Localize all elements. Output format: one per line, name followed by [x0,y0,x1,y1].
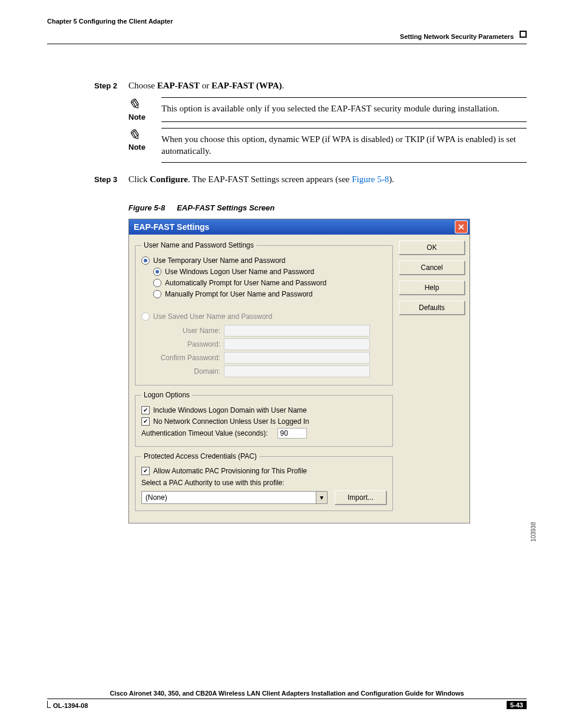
page-footer: Cisco Aironet 340, 350, and CB20A Wirele… [47,690,527,709]
step-3: Step 3 Click Configure. The EAP-FAST Set… [47,173,527,185]
radio-auto-prompt[interactable]: Automatically Prompt for User Name and P… [153,278,386,288]
radio-icon [141,256,150,265]
pac-authority-select[interactable]: (None) ▾ [141,491,328,504]
note-label: Note [128,112,161,123]
cancel-button[interactable]: Cancel [399,261,465,275]
note-1: ✎ Note This option is available only if … [128,97,527,122]
footer-guide: Cisco Aironet 340, 350, and CB20A Wirele… [47,690,527,699]
logon-options-group: Logon Options ✔Include Windows Logon Dom… [135,390,393,447]
note-2: ✎ Note When you choose this option, dyna… [128,128,527,163]
step-body: Choose EAP-FAST or EAP-FAST (WPA). [128,80,527,91]
step-label: Step 2 [94,80,128,91]
import-button[interactable]: Import... [335,490,386,505]
radio-icon [153,290,161,298]
dialog-title: EAP-FAST Settings [134,222,209,233]
checkbox-icon: ✔ [141,417,150,426]
page-header: Chapter 5 Configuring the Client Adapter… [47,18,527,44]
radio-manual-prompt[interactable]: Manually Prompt for User Name and Passwo… [153,289,386,299]
help-button[interactable]: Help [399,281,465,295]
radio-icon [141,312,150,321]
figure-wrap: EAP-FAST Settings ✕ User Name and Passwo… [128,219,527,523]
content: Step 2 Choose EAP-FAST or EAP-FAST (WPA)… [47,80,527,523]
user-name-input[interactable] [224,325,370,337]
chk-auto-pac[interactable]: ✔Allow Automatic PAC Provisioning for Th… [141,466,386,476]
pac-select-label: Select a PAC Authority to use with this … [141,478,386,487]
auth-timeout-row: Authentication Timeout Value (seconds): … [141,428,386,439]
radio-saved-user[interactable]: Use Saved User Name and Password [141,312,386,321]
user-password-group: User Name and Password Settings Use Temp… [135,241,393,386]
step-label: Step 3 [94,173,128,185]
radio-windows-logon[interactable]: Use Windows Logon User Name and Password [153,267,386,276]
chk-no-network[interactable]: ✔No Network Connection Unless User Is Lo… [141,417,386,426]
domain-label: Domain: [154,367,220,376]
auth-timeout-input[interactable]: 90 [277,428,307,439]
header-marker-icon [520,31,527,38]
page-number: 5-43 [507,701,527,709]
pencil-icon: ✎ [125,97,144,113]
defaults-button[interactable]: Defaults [399,301,465,315]
pac-group: Protected Access Credentials (PAC) ✔Allo… [135,452,393,511]
step-2: Step 2 Choose EAP-FAST or EAP-FAST (WPA)… [47,80,527,91]
user-name-label: User Name: [154,326,220,335]
note-text: When you choose this option, dynamic WEP… [161,128,527,163]
password-label: Password: [154,340,220,349]
password-input[interactable] [224,338,370,350]
radio-temp-user[interactable]: Use Temporary User Name and Password [141,256,386,265]
pac-select-value: (None) [142,492,316,503]
note-text: This option is available only if you sel… [161,97,527,122]
checkbox-icon: ✔ [141,467,150,475]
chevron-down-icon: ▾ [316,492,327,503]
radio-icon [153,279,161,287]
dialog-titlebar: EAP-FAST Settings ✕ [129,219,470,235]
domain-input[interactable] [224,365,370,377]
pencil-icon: ✎ [125,128,144,143]
step-body: Click Configure. The EAP-FAST Settings s… [128,173,527,185]
group-legend: Logon Options [141,390,192,400]
confirm-password-label: Confirm Password: [154,353,220,363]
figure-caption: Figure 5-8EAP-FAST Settings Screen [128,203,527,213]
confirm-password-input[interactable] [224,352,370,364]
eap-fast-dialog: EAP-FAST Settings ✕ User Name and Passwo… [128,219,470,523]
group-legend: Protected Access Credentials (PAC) [141,452,259,461]
figure-sidecode: 103938 [530,522,538,542]
ok-button[interactable]: OK [399,241,465,255]
radio-icon [153,268,161,276]
chk-include-domain[interactable]: ✔Include Windows Logon Domain with User … [141,406,386,415]
header-section: Setting Network Security Parameters [400,33,514,40]
figure-link[interactable]: Figure 5-8 [352,174,389,184]
header-chapter: Chapter 5 Configuring the Client Adapter [47,18,173,25]
footer-ol: OL-1394-08 [47,701,88,709]
checkbox-icon: ✔ [141,406,150,414]
group-legend: User Name and Password Settings [141,241,256,250]
close-icon[interactable]: ✕ [455,220,468,233]
